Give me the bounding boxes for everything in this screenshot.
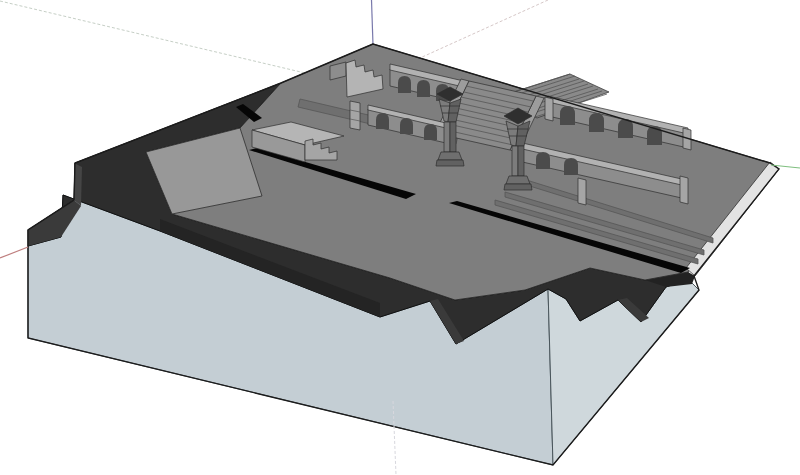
column-1-shaft-l: [444, 122, 450, 152]
column-2-plinth: [504, 184, 532, 190]
column-2-shaft-r: [518, 146, 524, 176]
east-wall-post-left: [545, 97, 553, 121]
model-viewport[interactable]: [0, 0, 800, 475]
column-2-base: [506, 176, 530, 184]
column-1-shaft-r: [450, 122, 456, 152]
column-2-shaft-l: [512, 146, 518, 176]
viewport-canvas[interactable]: [0, 0, 800, 475]
center-wall-jamb: [350, 101, 360, 130]
southeast-wall-post-mid: [578, 178, 586, 205]
southeast-wall-post-end: [680, 176, 688, 204]
column-1-base: [438, 152, 462, 160]
column-1-plinth: [436, 160, 464, 166]
